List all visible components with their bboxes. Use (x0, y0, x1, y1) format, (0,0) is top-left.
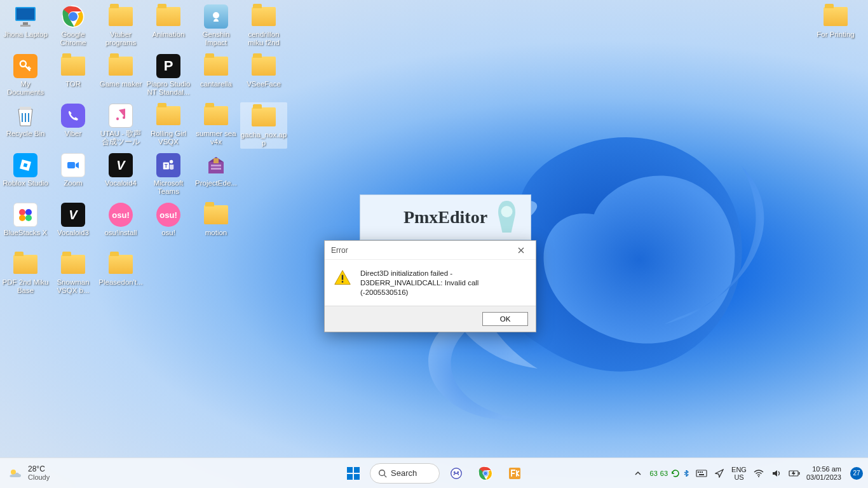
desktop-icon[interactable]: motion (193, 201, 240, 237)
desktop-icon[interactable]: TMicrosoft Teams (145, 152, 192, 196)
svg-rect-27 (347, 467, 353, 473)
desktop-icon[interactable]: VVocaloid3 (50, 201, 97, 237)
desktop-icon-label: Roblox Studio (3, 179, 48, 187)
desktop-icon-label: BlueStacks X (4, 229, 47, 237)
desktop-icon[interactable]: VSeeFace (240, 53, 287, 88)
svg-point-19 (19, 209, 25, 215)
desktop-icon-label: cendrillon miku f2nd (240, 30, 287, 47)
desktop-icon[interactable]: PDF 2nd Miku Base (2, 251, 49, 295)
desktop-icon[interactable]: cendrillon miku f2nd (240, 3, 287, 47)
close-icon[interactable] (512, 243, 531, 257)
desktop-icon-label: Game maker (100, 80, 142, 88)
folder-icon (203, 53, 229, 79)
tray-language[interactable]: ENG US (731, 466, 747, 481)
svg-rect-2 (23, 22, 28, 25)
desktop-icon[interactable]: Rolling Girl VSQX (145, 102, 192, 146)
key-icon (12, 53, 39, 79)
desktop-icon-label: Snowman VSQX b... (50, 278, 97, 295)
error-dialog: Error Direct3D initialization failed - D… (324, 240, 536, 332)
desktop-icon[interactable]: PPiapro Studio NT Standal... (145, 53, 192, 97)
desktop-icon[interactable]: Google Chrome (50, 3, 97, 47)
svg-point-37 (484, 471, 488, 475)
svg-point-14 (170, 160, 173, 164)
desktop-icon[interactable]: osu!osu!install (97, 201, 144, 237)
svg-rect-11 (67, 162, 75, 168)
desktop-icon[interactable]: gacha_nox.app (240, 102, 287, 149)
desktop-icon-label: Piapro Studio NT Standal... (145, 80, 192, 97)
desktop-icon-label: cantarella (200, 80, 232, 88)
desktop-icon-label: PDF 2nd Miku Base (2, 278, 49, 295)
taskbar-search[interactable]: Search (370, 463, 440, 484)
desktop-icon[interactable]: For Printing (812, 3, 859, 39)
desktop-icon-label: Animation (152, 30, 184, 39)
desktop-icon[interactable]: My Documents (2, 53, 49, 97)
svg-point-22 (25, 215, 32, 221)
desktop-icon[interactable]: Viber (50, 102, 97, 138)
desktop-icon-label: Vocaloid3 (57, 229, 89, 237)
folder-icon (203, 102, 229, 129)
monitor-icon (12, 3, 39, 30)
dialog-message: Direct3D initialization failed - D3DERR_… (360, 269, 527, 297)
desktop-icon[interactable]: Animation (145, 3, 192, 39)
desktop-icon[interactable]: Jhona Laptop (2, 3, 49, 39)
desktop-icon[interactable]: Zoom (50, 152, 97, 187)
folder-icon (822, 3, 849, 30)
taskbar-chrome[interactable] (473, 461, 498, 486)
tray-clock[interactable]: 10:56 am 03/01/2023 (806, 465, 844, 482)
desktop-icon[interactable]: osu!osu! (145, 201, 192, 237)
svg-point-6 (213, 12, 219, 18)
desktop-icon[interactable]: Genshin Impact (193, 3, 240, 47)
refresh-icon (670, 468, 681, 478)
desktop-icon-label: gacha_nox.app (240, 131, 287, 147)
tray-performance[interactable]: 63 63 (650, 468, 690, 478)
pmxeditor-splash: PmxEditor (360, 194, 531, 240)
zoom-icon (60, 152, 86, 179)
svg-rect-28 (354, 467, 360, 473)
svg-point-31 (379, 470, 385, 475)
v4-icon: V (107, 152, 134, 179)
desktop-icon[interactable]: Recycle Bin (2, 102, 49, 138)
winrar-icon (203, 152, 229, 179)
tray-network-group[interactable] (753, 468, 800, 479)
folder-icon (60, 53, 86, 79)
desktop-icon[interactable]: ProjectEde... (193, 152, 240, 187)
tray-keyboard-icon[interactable] (696, 468, 707, 479)
svg-point-21 (19, 215, 25, 221)
piapro-icon: P (155, 53, 182, 79)
desktop-icon[interactable]: summer sea v4x (193, 102, 240, 146)
desktop-icon[interactable]: Snowman VSQX b... (50, 251, 97, 295)
svg-point-5 (69, 12, 78, 21)
bluetooth-icon (683, 470, 689, 477)
ok-button[interactable]: OK (482, 312, 528, 326)
desktop-icon[interactable]: cantarella (193, 53, 240, 88)
taskbar-pmxeditor[interactable] (502, 461, 527, 486)
folder-icon (12, 251, 39, 278)
notification-badge[interactable]: 27 (850, 467, 863, 480)
desktop-icon[interactable]: VVocaloid4 (97, 152, 144, 187)
desktop-icon[interactable]: Game maker (97, 53, 144, 88)
tray-chevron-up-icon[interactable] (632, 468, 644, 479)
desktop-icon[interactable]: Roblox Studio (2, 152, 49, 187)
desktop-icon-label: Vocaloid4 (105, 179, 137, 187)
desktop-icon[interactable]: Vtuber programs (97, 3, 144, 47)
start-button[interactable] (341, 461, 366, 486)
taskbar-weather[interactable]: 28°C Cloudy (8, 465, 50, 482)
taskbar-chat[interactable] (444, 461, 469, 486)
dialog-titlebar[interactable]: Error (325, 241, 536, 260)
splash-title: PmxEditor (403, 207, 487, 227)
desktop-icon[interactable]: UTAU - 歌声合成ツール (97, 102, 144, 146)
desktop-icon-label: Vtuber programs (97, 30, 144, 47)
weather-icon (8, 466, 23, 481)
svg-rect-1 (17, 8, 34, 20)
desktop-icon-label: VSeeFace (247, 80, 281, 88)
desktop-icon[interactable]: BlueStacks X (2, 201, 49, 237)
desktop-icon[interactable]: TOR (50, 53, 97, 88)
desktop-icon[interactable]: Pleasedon't... (97, 251, 144, 287)
taskbar: 28°C Cloudy Search 63 63 (0, 458, 868, 488)
osu-icon: osu! (155, 201, 182, 228)
wifi-icon (753, 468, 764, 479)
svg-rect-39 (696, 470, 707, 477)
svg-rect-18 (214, 158, 219, 163)
tray-location-icon[interactable] (714, 468, 725, 479)
svg-rect-3 (20, 25, 31, 27)
